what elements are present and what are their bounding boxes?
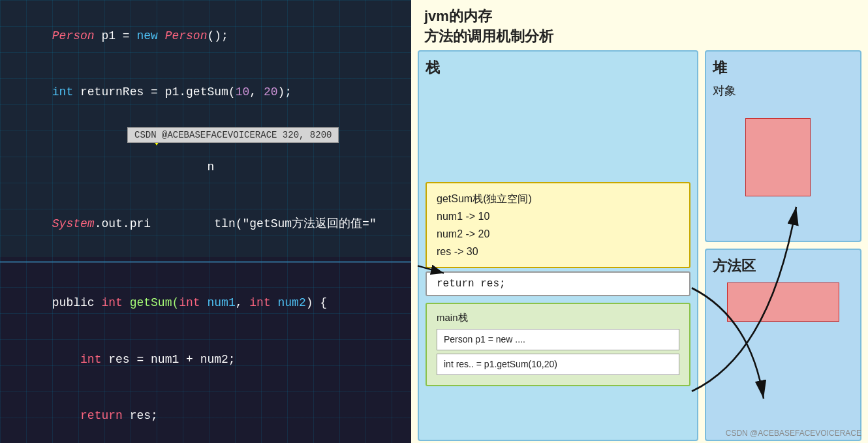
object-label-text: 对象 [713,83,854,99]
getsum-title: getSum栈(独立空间) [437,190,679,207]
code-text: (); [207,29,228,42]
code-text: , [249,85,264,99]
code-line-res: int res = num1 + num2; [10,331,401,388]
return-box: return res; [426,271,690,296]
keyword-int: int [52,85,73,99]
tooltip-text: CSDN @ACEBASEFACEVOICERACE [134,130,277,140]
heap-area: 堆 对象 [705,50,861,243]
indent2 [52,409,80,422]
diagram-body: 栈 getSum栈(独立空间) num1 -> 10 num2 -> 20 re… [411,50,868,441]
code-text: tln("getSum方法返回的值=" [214,217,376,230]
stack-label: 栈 [426,58,690,78]
cursor-area: n [207,160,214,174]
getsum-num2: num2 -> 20 [437,225,679,243]
res-assign: res = num1 + num2; [101,353,235,366]
main-line2: int res.. = p1.getSum(10,20) [444,358,672,371]
jvm-diagram-panel: jvm的内存 方法的调用机制分析 栈 getSum栈(独立空间) num1 ->… [411,0,868,443]
code-text: ); [278,85,292,99]
param-num1: num1 [200,296,236,309]
num-20: 20 [264,85,278,99]
kw-int2: int [179,296,200,309]
code-editor-panel: Person p1 = new Person(); int returnRes … [0,0,411,443]
main-frame-title: main栈 [437,311,679,326]
getsum-num1: num1 -> 10 [437,207,679,225]
object-label: 对象 [713,84,736,97]
code-line-method-sig: public int getSum(int num1, int num2) { [10,275,401,331]
comma: , [236,296,250,309]
code-bottom-block: public int getSum(int num1, int num2) { … [0,267,411,443]
keyword-system: System [52,217,95,230]
main-inner-box-2: int res.. = p1.getSum(10,20) [437,354,679,375]
code-text: returnRes = p1.getSum( [73,85,235,99]
tooltip-box: CSDN @ACEBASEFACEVOICERACE 320, 8200 [127,127,339,143]
kw-int: int [101,296,122,309]
heap-label: 堆 [713,58,854,78]
indent [52,353,80,366]
main-line1: Person p1 = new .... [444,333,672,346]
main-inner-box-1: Person p1 = new .... [437,329,679,350]
method-area: 方法区 [705,249,861,441]
code-text [158,29,165,42]
kw-int4: int [80,353,101,366]
kw-int3: int [249,296,270,309]
object-box [745,118,811,196]
code-line-return: return res; [10,388,401,443]
getsum-res: res -> 30 [437,243,679,260]
keyword-person2: Person [165,29,208,42]
num-10: 10 [236,85,250,99]
code-text: p1 = [95,29,137,42]
code-line-2: int returnRes = p1.getSum(10, 20); [10,64,401,120]
keyword-new: new [136,29,157,42]
method-area-label: 方法区 [713,256,854,276]
method-inner-box [727,283,840,322]
tooltip-coords: 320, 8200 [283,130,332,140]
code-line-1: Person p1 = new Person(); [10,8,401,64]
diagram-title-area: jvm的内存 方法的调用机制分析 [411,0,868,50]
main-frame: main栈 Person p1 = new .... int res.. = p… [426,303,690,386]
diagram-title: jvm的内存 方法的调用机制分析 [424,7,855,47]
keyword-person: Person [52,29,95,42]
title-line2: 方法的调用机制分析 [424,28,553,44]
code-divider [0,261,411,263]
getsum-frame: getSum栈(独立空间) num1 -> 10 num2 -> 20 res … [426,182,690,269]
return-res: res; [123,409,158,422]
kw-public: public [52,296,102,309]
return-statement: return res; [437,278,679,290]
kw-return: return [80,409,123,422]
method-name: getSum( [123,296,179,309]
title-line1: jvm的内存 [424,8,492,24]
stack-section: 栈 getSum栈(独立空间) num1 -> 10 num2 -> 20 re… [418,50,698,441]
brace-open: ) { [306,296,327,309]
param-num2: num2 [271,296,306,309]
watermark: CSDN @ACEBASEFACEVOICERACE [726,429,861,438]
heap-section: 堆 对象 方法区 [705,50,861,441]
code-text: .out.pri [95,217,151,230]
